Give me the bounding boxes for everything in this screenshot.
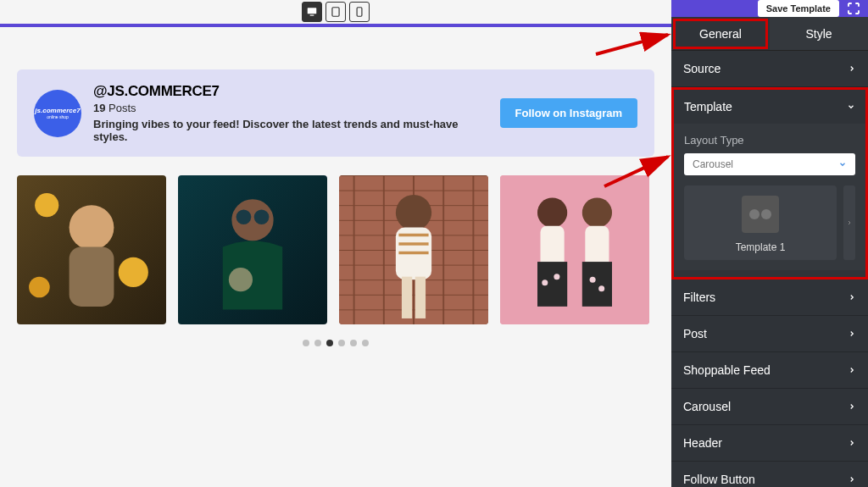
accordion-shoppable-feed[interactable]: Shoppable Feed — [671, 352, 868, 389]
accordion-label: Source — [683, 62, 721, 75]
svg-rect-27 — [541, 226, 565, 268]
avatar-text: js.commerce7 — [35, 107, 80, 114]
template-body: Layout Type Carousel Template 1 — [674, 124, 865, 270]
desktop-device-button[interactable] — [302, 2, 322, 22]
carousel-dot[interactable] — [350, 340, 357, 346]
svg-rect-3 — [357, 8, 362, 17]
accordion-follow-button[interactable]: Follow Button — [671, 462, 868, 487]
svg-rect-23 — [415, 277, 426, 318]
svg-point-32 — [554, 274, 559, 279]
chevron-right-icon — [848, 293, 856, 302]
carousel-dot[interactable] — [362, 340, 369, 346]
content-area: js.commerce7 online shop @JS.COMMERCE7 1… — [0, 27, 671, 487]
tab-general[interactable]: General — [671, 17, 770, 51]
card-body: @JS.COMMERCE7 19 Posts Bringing vibes to… — [93, 83, 488, 143]
settings-sidebar: Save Template General Style Source Templ… — [671, 0, 868, 487]
template-preview-row: Template 1 — [684, 185, 855, 260]
avatar-sub: online shop — [47, 114, 69, 119]
carousel-slide[interactable] — [339, 175, 488, 324]
post-count: 19 Posts — [93, 102, 488, 114]
template-thumb — [742, 196, 779, 233]
save-template-button[interactable]: Save Template — [758, 0, 839, 17]
tab-style[interactable]: Style — [770, 17, 868, 51]
svg-point-7 — [119, 257, 148, 287]
template-card[interactable]: Template 1 — [684, 185, 837, 260]
chevron-right-icon — [848, 402, 856, 411]
layout-type-label: Layout Type — [684, 134, 855, 147]
accordion-label: Shoppable Feed — [683, 363, 771, 377]
chevron-right-icon — [848, 475, 856, 484]
accordion-source[interactable]: Source — [671, 51, 868, 87]
account-bio: Bringing vibes to your feed! Discover th… — [93, 118, 483, 143]
svg-rect-0 — [308, 8, 317, 14]
svg-point-8 — [29, 277, 50, 298]
accordion-template[interactable]: Template — [674, 90, 865, 124]
svg-point-4 — [70, 205, 114, 250]
svg-rect-5 — [70, 246, 114, 306]
carousel-slide[interactable] — [500, 175, 649, 324]
svg-rect-1 — [310, 15, 314, 16]
carousel-dot[interactable] — [314, 340, 321, 346]
chevron-right-icon — [848, 64, 856, 73]
accordion-label: Header — [683, 436, 722, 450]
layout-type-select[interactable]: Carousel — [684, 153, 855, 175]
svg-point-26 — [582, 197, 612, 227]
carousel-dot[interactable] — [303, 340, 309, 346]
svg-point-17 — [396, 195, 431, 230]
accordion-post[interactable]: Post — [671, 316, 868, 352]
carousel-dot[interactable] — [326, 340, 333, 346]
svg-point-25 — [537, 197, 567, 227]
svg-point-10 — [236, 209, 252, 224]
svg-point-11 — [254, 209, 270, 224]
tabs-wrapper: General Style — [671, 17, 868, 51]
svg-point-33 — [590, 277, 596, 283]
carousel-slide[interactable] — [17, 175, 166, 324]
svg-point-31 — [542, 279, 548, 285]
select-value: Carousel — [693, 158, 733, 170]
svg-point-12 — [229, 268, 253, 291]
accordion-carousel[interactable]: Carousel — [671, 389, 868, 425]
accordion-header[interactable]: Header — [671, 425, 868, 462]
accordion-label: Filters — [683, 291, 715, 304]
follow-button[interactable]: Follow on Instagram — [500, 98, 637, 128]
chevron-right-icon — [846, 219, 853, 226]
template-section-highlighted: Template Layout Type Carousel Template 1 — [671, 87, 868, 279]
accordion-label: Carousel — [683, 400, 731, 413]
chevron-down-icon — [838, 160, 847, 169]
chevron-down-icon — [847, 102, 855, 111]
avatar: js.commerce7 online shop — [34, 90, 81, 137]
svg-point-6 — [35, 193, 58, 217]
main-preview-area: js.commerce7 online shop @JS.COMMERCE7 1… — [0, 0, 671, 487]
template-name: Template 1 — [691, 241, 830, 253]
accordion-label: Template — [684, 100, 732, 113]
account-handle: @JS.COMMERCE7 — [93, 83, 488, 100]
svg-rect-28 — [585, 226, 609, 268]
template-next-button[interactable] — [843, 185, 855, 260]
svg-rect-24 — [500, 175, 649, 324]
carousel-dot[interactable] — [338, 340, 345, 346]
svg-rect-30 — [582, 262, 612, 307]
carousel-dots — [17, 340, 654, 346]
tabs: General Style — [671, 17, 868, 51]
carousel-slide[interactable] — [178, 175, 327, 324]
tablet-device-button[interactable] — [326, 2, 346, 22]
fullscreen-icon[interactable] — [846, 1, 861, 16]
accordion-label: Follow Button — [683, 473, 755, 486]
chevron-right-icon — [848, 366, 856, 374]
svg-rect-29 — [537, 262, 567, 307]
chevron-right-icon — [848, 439, 856, 447]
svg-point-34 — [598, 285, 604, 291]
chevron-right-icon — [848, 329, 856, 338]
carousel — [17, 175, 654, 324]
accordion-label: Post — [683, 327, 707, 340]
svg-rect-22 — [402, 277, 412, 318]
device-toolbar — [0, 0, 671, 24]
instagram-header-card: js.commerce7 online shop @JS.COMMERCE7 1… — [17, 69, 654, 157]
accordion-filters[interactable]: Filters — [671, 279, 868, 316]
svg-rect-2 — [332, 8, 339, 17]
mobile-device-button[interactable] — [349, 2, 370, 22]
sidebar-header: Save Template — [671, 0, 868, 17]
